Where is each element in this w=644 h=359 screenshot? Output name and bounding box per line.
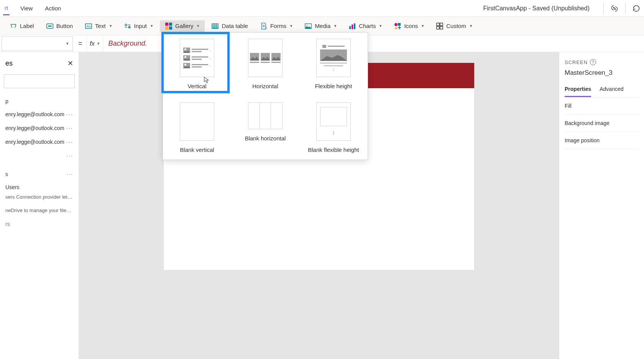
chevron-down-icon: ▾ [334,23,337,28]
panel-link[interactable]: rs [0,217,79,231]
more-icon[interactable]: ··· [66,153,73,159]
insert-media-button[interactable]: Media ▾ [299,20,342,32]
custom-icon [436,23,443,30]
menu-insert[interactable]: rt [3,2,10,15]
option-label: Vertical [187,82,206,90]
fx-button[interactable]: fx▾ [86,35,103,52]
more-icon[interactable]: ··· [66,139,73,145]
panel-search-input[interactable] [4,74,75,88]
option-label: Blank horizontal [245,135,286,142]
gallery-option-blank-horizontal[interactable]: Blank horizontal [231,96,299,160]
option-label: Flexible height [315,82,352,90]
thumbnail [248,39,283,77]
insert-label-button[interactable]: Label [5,20,39,32]
gallery-option-flexible-height[interactable]: ↕ Flexible height [299,33,368,96]
label-text: Label [20,23,34,29]
charts-label: Charts [359,23,376,29]
property-image-position[interactable]: Image position [565,132,639,149]
text-icon: Abc [85,23,92,30]
media-icon [305,23,312,30]
insert-icons-button[interactable]: Icons ▾ [389,20,429,32]
property-background-image[interactable]: Background image [565,115,639,132]
chevron-down-icon: ▾ [197,23,199,28]
icons-label: Icons [404,23,418,29]
svg-point-14 [307,25,308,26]
input-label: Input [134,23,147,29]
svg-rect-9 [169,23,172,26]
panel-type-label: SCREEN ? [565,59,639,65]
insert-charts-button[interactable]: Charts ▾ [343,20,387,32]
left-panel: es ✕ p enry.legge@outlook.com··· enry.le… [0,52,79,359]
app-checker-icon[interactable] [610,4,619,13]
gallery-label: Gallery [175,23,194,29]
thumbnail [248,102,283,129]
svg-rect-19 [398,23,401,26]
chevron-down-icon: ▾ [97,41,99,46]
property-fill[interactable]: Fill [565,97,639,115]
label-icon [10,23,17,30]
option-label: Blank vertical [180,146,214,154]
svg-point-1 [614,8,616,10]
close-icon[interactable]: ✕ [67,59,73,68]
more-icon[interactable]: ··· [66,125,73,131]
svg-rect-17 [354,23,355,29]
chevron-down-icon: ▾ [151,23,153,28]
data-source-item[interactable]: enry.legge@outlook.com··· [0,135,79,149]
data-source-item[interactable]: enry.legge@outlook.com··· [0,121,79,135]
svg-point-6 [125,24,127,26]
data-source-item[interactable]: enry.legge@outlook.com··· [0,107,79,121]
insert-text-button[interactable]: Abc Text ▾ [80,20,117,32]
text-label: Text [95,23,106,29]
forms-label: Forms [270,23,287,29]
undo-icon[interactable] [632,4,641,13]
help-icon[interactable]: ? [590,59,596,65]
property-selector[interactable]: ▾ [2,36,73,51]
data-source-item[interactable]: ··· [0,149,79,163]
separator [603,3,604,14]
properties-panel: SCREEN ? MasterScreen_3 Properties Advan… [559,52,644,359]
datatable-label: Data table [222,23,248,29]
thumbnail [180,102,214,141]
button-text: Button [56,23,73,29]
svg-rect-10 [165,26,168,30]
svg-rect-3 [48,25,51,26]
separator [625,3,626,14]
svg-rect-23 [440,26,443,29]
chevron-down-icon: ▾ [110,23,112,28]
svg-point-18 [394,23,398,26]
gallery-option-vertical[interactable]: › › › Vertical [163,33,231,96]
menubar: rt View Action FirstCanvasApp - Saved (U… [0,0,644,17]
chevron-down-icon: ▾ [422,23,424,28]
insert-gallery-button[interactable]: Gallery ▾ [160,20,205,32]
equals-sign: = [74,40,86,48]
gallery-option-blank-flexible-height[interactable]: ↕ Blank flexible height [299,96,368,160]
thumbnail: › › › [180,39,214,77]
menu-action[interactable]: Action [43,2,62,15]
gallery-option-horizontal[interactable]: Horizontal [231,33,299,96]
option-label: Blank flexible height [308,146,359,154]
insert-custom-button[interactable]: Custom ▾ [431,20,478,32]
more-icon[interactable]: ··· [66,111,73,117]
svg-rect-8 [165,23,168,26]
media-label: Media [315,23,330,29]
connector-title: Users [0,181,79,193]
insert-forms-button[interactable]: Forms ▾ [255,20,298,32]
tab-properties[interactable]: Properties [565,84,591,97]
connector-desc: neDrive to manage your files. Yo... [0,207,79,217]
chevron-down-icon: ▾ [470,23,472,28]
connector-desc: sers Connection provider lets you ... [0,193,79,204]
more-icon[interactable]: ··· [66,171,73,177]
thumbnail: ↕ [316,102,351,141]
forms-icon [260,23,267,30]
screen-name: MasterScreen_3 [565,69,639,77]
svg-rect-11 [169,26,172,30]
svg-point-0 [613,7,614,8]
gallery-option-blank-vertical[interactable]: Blank vertical [163,96,231,160]
insert-datatable-button[interactable]: Data table [206,20,253,32]
tab-advanced[interactable]: Advanced [600,84,623,97]
panel-section-heading: s··· [0,167,79,181]
menu-view[interactable]: View [19,2,34,15]
panel-tabs: Properties Advanced [565,84,639,97]
insert-input-button[interactable]: Input ▾ [119,20,158,32]
insert-button-button[interactable]: Button [41,20,78,32]
